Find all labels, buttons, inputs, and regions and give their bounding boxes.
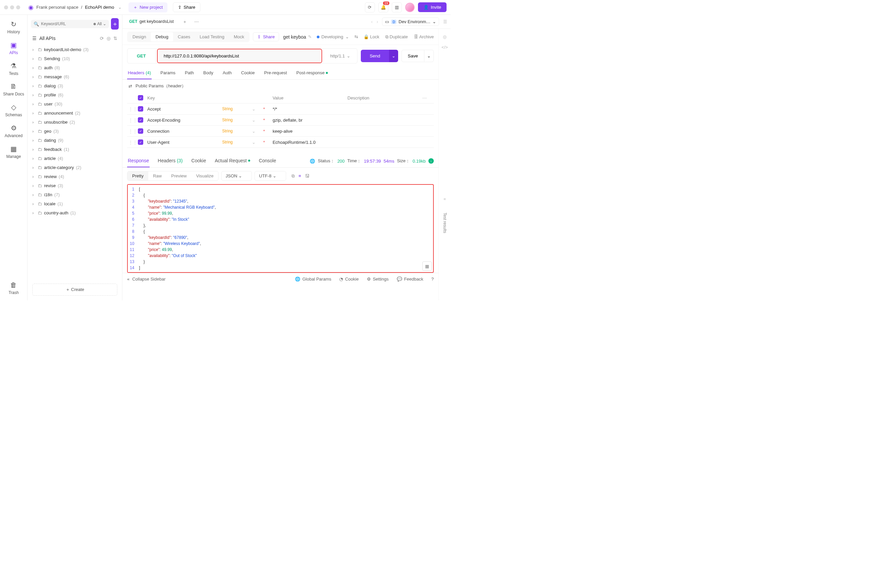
tree-item[interactable]: ›🗀Sending (10) <box>27 54 122 63</box>
tree-item[interactable]: ›🗀article (4) <box>27 154 122 163</box>
tree-item[interactable]: ›🗀locale (1) <box>27 199 122 208</box>
tree-item[interactable]: ›🗀revise (3) <box>27 181 122 190</box>
rail-trash[interactable]: 🗑Trash <box>8 281 18 295</box>
drag-icon[interactable]: ⋮⋮ <box>128 140 135 145</box>
search-input[interactable] <box>41 21 92 26</box>
archive-button[interactable]: 🗄 Archive <box>414 34 434 40</box>
panel-icon[interactable]: ▥ <box>392 2 402 12</box>
collapse-icon[interactable]: « <box>127 276 129 282</box>
save-response-icon[interactable]: 🖫 <box>305 173 309 179</box>
chevron-down-icon[interactable]: ⌄ <box>252 129 261 134</box>
rail-tests[interactable]: ⚗Tests <box>9 62 18 76</box>
method-select[interactable]: GET <box>128 50 156 62</box>
resp-view-raw[interactable]: Raw <box>148 171 167 180</box>
resp-tab-headers[interactable]: Headers (3) <box>157 154 183 167</box>
feedback-button[interactable]: 💬Feedback <box>397 276 423 282</box>
tree-item[interactable]: ›🗀article-category (2) <box>27 163 122 172</box>
rail-history[interactable]: ↻History <box>8 20 20 34</box>
checkbox[interactable]: ✓ <box>138 106 143 111</box>
environment-select[interactable]: ▭ D Dev Environm… ⌄ <box>382 18 439 26</box>
project-crumb[interactable]: EchoAPI demo <box>85 5 114 10</box>
chevron-down-icon[interactable]: ⌄ <box>252 106 261 111</box>
workspace-crumb[interactable]: Frank personal space <box>36 5 78 10</box>
test-results-tab[interactable]: Test results <box>442 213 447 233</box>
req-tab-post[interactable]: Post-response <box>296 67 329 79</box>
json-viewer[interactable]: [ { "keyboardId": "12345", "name": "Mech… <box>136 185 433 272</box>
tree-item[interactable]: ›🗀keyboardList-demo (3) <box>27 45 122 54</box>
rail-apis[interactable]: ▣APIs <box>9 41 18 55</box>
tab-add-icon[interactable]: ＋ <box>180 17 189 27</box>
more-icon[interactable]: ⋯ <box>422 95 432 100</box>
req-tab-params[interactable]: Params <box>160 67 176 79</box>
resp-view-preview[interactable]: Preview <box>167 171 191 180</box>
project-dropdown-icon[interactable]: ⌄ <box>118 5 122 10</box>
protocol-select[interactable]: http/1.1⌄ <box>323 53 357 58</box>
checkbox[interactable]: ✓ <box>138 140 143 145</box>
drag-icon[interactable]: ⋮⋮ <box>128 106 135 111</box>
duplicate-button[interactable]: ⧉ Duplicate <box>385 34 408 40</box>
create-button[interactable]: ＋ Create <box>32 284 117 296</box>
share-button[interactable]: ⇪Share <box>253 32 279 41</box>
collapse-sidebar-button[interactable]: Collapse Sidebar <box>132 276 165 282</box>
req-tab-cookie[interactable]: Cookie <box>241 67 255 79</box>
tree-item[interactable]: ›🗀i18n (7) <box>27 190 122 199</box>
tree-item[interactable]: ›🗀dating (9) <box>27 136 122 145</box>
new-project-button[interactable]: ＋New project <box>128 2 167 12</box>
resp-tab-actual[interactable]: Actual Request <box>214 154 251 167</box>
sort-icon[interactable]: ⇅ <box>113 36 117 41</box>
tab-api[interactable]: GET get keyboardsList <box>126 15 177 28</box>
view-mock[interactable]: Mock <box>229 32 249 41</box>
drag-icon[interactable]: ⋮⋮ <box>128 129 135 134</box>
target-icon[interactable]: ◎ <box>107 36 111 41</box>
tree-item[interactable]: ›🗀profile (6) <box>27 90 122 99</box>
tree-item[interactable]: ›🗀unsubscribe (2) <box>27 118 122 127</box>
resp-view-pretty[interactable]: Pretty <box>128 171 148 180</box>
req-tab-body[interactable]: Body <box>203 67 214 79</box>
sync-icon[interactable]: ⟳ <box>365 2 375 12</box>
notifications-icon[interactable]: 🔔19 <box>378 2 388 12</box>
send-dropdown[interactable]: ⌄ <box>389 50 398 62</box>
format-select[interactable]: JSON ⌄ <box>221 171 252 181</box>
settings-button[interactable]: ⚙Settings <box>367 276 389 282</box>
resp-tab-response[interactable]: Response <box>127 154 150 167</box>
window-controls[interactable] <box>4 5 20 9</box>
filter-all[interactable]: All ⌄ <box>93 21 106 26</box>
tree-item[interactable]: ›🗀country-auth (1) <box>27 208 122 218</box>
view-load[interactable]: Load Testing <box>195 32 229 41</box>
all-apis-header[interactable]: ☰ All APIs ⟳◎⇅ <box>27 33 122 44</box>
header-row[interactable]: ⋮⋮✓Accept-EncodingString⌄*gzip, deflate,… <box>127 115 434 126</box>
checkbox[interactable]: ✓ <box>138 128 143 134</box>
layout-icon[interactable]: ☰ <box>443 19 447 24</box>
url-input[interactable] <box>159 50 320 62</box>
code-icon[interactable]: </> <box>442 45 448 50</box>
rail-manage[interactable]: ▦Manage <box>6 145 21 159</box>
header-row[interactable]: ⋮⋮✓ConnectionString⌄*keep-alive <box>127 126 434 137</box>
share-project-button[interactable]: ⇪Share <box>173 2 200 12</box>
tree-item[interactable]: ›🗀review (4) <box>27 172 122 181</box>
cookie-button[interactable]: ◔Cookie <box>339 276 358 282</box>
view-design[interactable]: Design <box>128 32 150 41</box>
drag-icon[interactable]: ⋮⋮ <box>128 118 135 123</box>
checkbox[interactable]: ✓ <box>138 117 143 123</box>
invite-button[interactable]: 👤Invite <box>418 2 447 12</box>
public-params-header[interactable]: ⇄Public Params（header） <box>122 80 439 92</box>
header-row[interactable]: ⋮⋮✓AcceptString⌄**/* <box>127 104 434 115</box>
rail-sharedocs[interactable]: 🗎Share Docs <box>3 82 24 96</box>
download-icon[interactable]: ↓ <box>428 158 434 164</box>
lock-button[interactable]: 🔒 Lock <box>364 34 379 40</box>
view-cases[interactable]: Cases <box>173 32 195 41</box>
tree-item[interactable]: ›🗀user (30) <box>27 99 122 108</box>
chevron-down-icon[interactable]: ⌄ <box>252 140 261 145</box>
global-params-button[interactable]: 🌐Global Params <box>295 276 331 282</box>
checkbox-all[interactable]: ✓ <box>138 95 143 100</box>
tree-item[interactable]: ›🗀message (6) <box>27 72 122 81</box>
req-tab-path[interactable]: Path <box>184 67 195 79</box>
req-tab-headers[interactable]: Headers (4) <box>127 67 152 79</box>
copy-icon[interactable]: ⧉ <box>292 173 295 179</box>
refresh-icon[interactable]: ⟳ <box>100 36 104 41</box>
tree-item[interactable]: ›🗀feedback (1) <box>27 145 122 154</box>
rail-advanced[interactable]: ⚙Advanced <box>5 124 23 138</box>
resp-tab-cookie[interactable]: Cookie <box>191 154 207 167</box>
save-button[interactable]: Save <box>401 50 424 62</box>
header-row[interactable]: ⋮⋮✓User-AgentString⌄*EchoapiRuntime/1.1.… <box>127 137 434 148</box>
